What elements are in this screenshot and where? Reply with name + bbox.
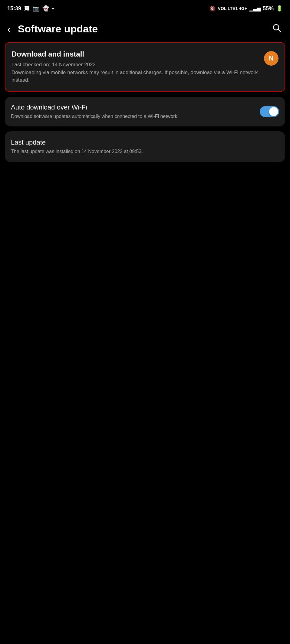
svg-line-1 [278, 29, 281, 32]
time-display: 15:39 [7, 5, 21, 12]
search-button[interactable] [271, 22, 283, 36]
status-bar: 15:39 🖼 📷 👻 • 🔇 VOL LTE1 4G+ ▁▃▅ 55% 🔋 [0, 0, 290, 16]
last-update-group: Last update The last update was installe… [5, 131, 285, 162]
auto-download-text: Auto download over Wi-Fi Download softwa… [11, 103, 255, 120]
toggle-knob [269, 107, 278, 116]
notification-badge: N [264, 51, 278, 66]
battery-icon: 🔋 [276, 5, 283, 12]
content: Download and install Last checked on: 14… [0, 42, 290, 162]
auto-download-toggle-container [260, 106, 279, 117]
gallery-icon: 🖼 [24, 5, 30, 12]
last-update-title: Last update [11, 139, 279, 146]
auto-download-group: Auto download over Wi-Fi Download softwa… [5, 97, 285, 126]
instagram-icon: 📷 [33, 5, 39, 12]
auto-download-item[interactable]: Auto download over Wi-Fi Download softwa… [5, 97, 285, 126]
back-button[interactable]: ‹ [5, 23, 13, 35]
download-install-text: Download and install Last checked on: 14… [12, 50, 264, 84]
download-install-subtitle: Last checked on: 14 November 2022Downloa… [12, 61, 259, 84]
header-left: ‹ Software update [5, 23, 98, 35]
page-title: Software update [18, 23, 98, 35]
header: ‹ Software update [0, 16, 290, 42]
download-install-card[interactable]: Download and install Last checked on: 14… [5, 42, 285, 92]
last-update-item: Last update The last update was installe… [5, 131, 285, 162]
auto-download-subtitle: Download software updates automatically … [11, 113, 255, 120]
signal-icon: ▁▃▅ [249, 6, 260, 11]
last-update-subtitle: The last update was installed on 14 Nove… [11, 148, 279, 155]
download-install-title: Download and install [12, 50, 259, 58]
status-bar-right: 🔇 VOL LTE1 4G+ ▁▃▅ 55% 🔋 [209, 5, 283, 12]
battery-display: 55% [263, 5, 274, 12]
mute-icon: 🔇 [209, 6, 216, 11]
notification-dot: • [52, 5, 54, 12]
auto-download-title: Auto download over Wi-Fi [11, 103, 255, 111]
auto-download-toggle[interactable] [260, 106, 279, 117]
snapchat-icon: 👻 [42, 5, 49, 12]
status-bar-left: 15:39 🖼 📷 👻 • [7, 5, 54, 12]
network-icon: VOL LTE1 4G+ [218, 6, 247, 11]
